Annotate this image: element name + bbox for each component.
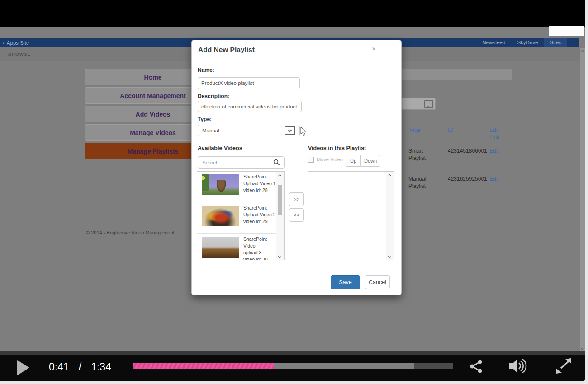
search-input[interactable] [198,157,269,168]
move-up-button[interactable]: Up [346,155,360,167]
progress-bar[interactable] [133,363,453,369]
cancel-button[interactable]: Cancel [365,275,390,289]
volume-icon[interactable] [508,358,529,376]
list-scrollbar[interactable] [386,172,394,260]
type-selected-value: Manual [202,128,219,133]
time-display: 0:41 / 1:34 [49,361,111,373]
video-title-line: Upload Video 1 [243,180,277,187]
video-frame: ‹ Apps Site Newsfeed SkyDrive Sites BROW… [0,0,585,381]
move-down-button[interactable]: Down [360,155,380,167]
available-videos-list: SharePoint Upload Video 1 video id: 28 S… [197,171,285,260]
name-field[interactable] [198,77,300,89]
move-video-label: Move Video [317,157,343,162]
list-item[interactable]: SharePoint Upload Video 2 video id: 29 [197,203,277,234]
move-video-checkbox[interactable] [308,157,314,163]
divider [192,57,401,57]
play-icon[interactable] [17,360,29,375]
description-field[interactable] [198,101,302,112]
player-control-bar: 0:41 / 1:34 [0,355,585,381]
playlist-videos-list [308,171,394,260]
close-icon[interactable]: × [372,45,376,52]
video-title-line: SharePoint Video [243,236,277,249]
progress-played [133,363,274,369]
duration: 1:34 [91,361,111,373]
dialog-title: Add New Playlist [198,46,255,54]
current-time: 0:41 [49,361,69,373]
save-button[interactable]: Save [331,275,360,289]
fullscreen-icon[interactable] [555,358,573,375]
back-chevron-icon: ‹ [3,40,5,46]
type-label: Type: [198,116,212,122]
video-thumbnail [202,237,239,258]
search-icon[interactable] [269,157,284,168]
suite-link-skydrive[interactable]: SkyDrive [511,38,544,47]
table-row-id: 4231625925001 [448,175,487,183]
video-search-box [198,156,285,169]
tab-browse[interactable]: BROWSE [8,52,31,56]
remove-from-playlist-button[interactable]: << [289,208,304,222]
video-id-line: video id: 28 [243,187,277,194]
copyright-text: © 2014 - Brightcove Video Management [86,230,175,235]
list-scrollbar[interactable] [276,172,284,260]
divider [192,269,401,269]
video-title-line: SharePoint [243,205,277,211]
chevron-down-icon [424,100,433,108]
video-top-letterbox [0,0,585,27]
column-header-type: Type [408,126,420,134]
video-thumbnail [202,206,239,226]
add-new-playlist-dialog: Add New Playlist × Name: Description: Ty… [191,40,402,295]
name-label: Name: [198,67,214,73]
edit-link[interactable]: Edit [489,147,499,155]
videos-in-playlist-title: Videos in this Playlist [308,145,366,151]
browser-chrome-remnant [549,26,584,36]
video-player-stage: ‹ Apps Site Newsfeed SkyDrive Sites BROW… [0,0,588,384]
edit-link[interactable]: Edit [489,175,499,183]
mouse-cursor [300,127,308,139]
list-item[interactable]: SharePoint Video upload 3 video id: 30 [197,234,277,260]
table-row-type: Smart Playlist [408,147,426,162]
table-row-id: 4231451866001 [448,147,487,155]
suite-link-newsfeed[interactable]: Newsfeed [476,38,511,47]
column-header-edit-link: Edit Link [489,126,507,141]
available-videos-title: Available Videos [198,145,242,151]
suite-link-sites[interactable]: Sites [544,38,567,47]
apps-site-label[interactable]: Apps Site [7,40,29,46]
type-dropdown[interactable]: Manual [198,125,300,136]
list-item[interactable]: SharePoint Upload Video 1 video id: 28 [197,172,277,202]
chevron-down-icon[interactable] [285,126,295,135]
page-scrollbar[interactable] [580,48,585,351]
video-id-line: video id: 29 [243,218,277,225]
add-to-playlist-button[interactable]: >> [289,192,304,206]
description-label: Description: [198,93,229,99]
share-icon[interactable] [469,359,484,376]
video-title-line: upload 3 [243,249,277,256]
video-thumbnail [202,174,239,195]
video-id-line: video id: 30 [243,256,277,260]
column-header-id: ID [448,126,453,134]
player-seek-shadow [0,351,585,355]
table-row-type: Manual Playlist [408,175,436,190]
time-separator: / [79,361,81,373]
video-title-line: SharePoint [243,173,277,180]
video-title-line: Upload Video 2 [243,211,277,218]
